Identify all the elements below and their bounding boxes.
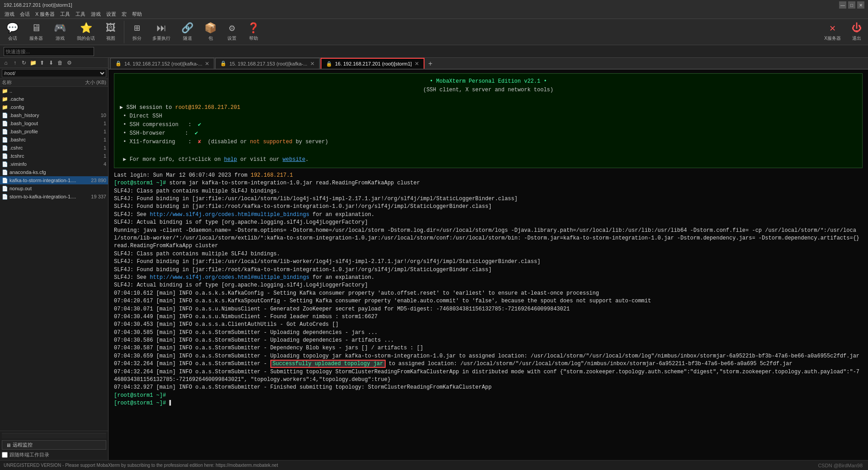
toolbar-games[interactable]: 🎮 游戏: [51, 21, 69, 42]
file-item[interactable]: 📄.bashrc1: [0, 136, 108, 144]
col-size-header: 大小 (KB): [79, 79, 106, 86]
path-select[interactable]: /root/: [2, 69, 106, 77]
file-icon: 📄: [2, 129, 8, 135]
file-size: 1: [81, 129, 106, 134]
sidebar-btn-delete[interactable]: 🗑: [56, 59, 64, 67]
file-item[interactable]: 📄anaconda-ks.cfg: [0, 168, 108, 176]
sidebar-btn-refresh[interactable]: ↻: [20, 59, 28, 67]
toolbar: 💬 会话 🖥 服务器 🎮 游戏 ⭐ 我的会话 🖼 视图 ⊞ 拆分 ⏭ 多重执行 …: [0, 19, 868, 45]
toolbar-session[interactable]: 💬 会话: [4, 21, 21, 42]
status-message: UNREGISTERED VERSION - Please support Mo…: [4, 463, 278, 468]
file-name: .bash_history: [9, 113, 81, 118]
tab-15-icon: 🔒: [220, 61, 226, 66]
tab-15-label: 15. 192.168.217.153 (root)[kafka-...: [229, 61, 307, 66]
file-item[interactable]: 📁.cache: [0, 95, 108, 103]
multiexec-icon: ⏭: [156, 22, 166, 34]
toolbar-split[interactable]: ⊞ 拆分: [130, 21, 144, 42]
file-item[interactable]: 📄.viminfo4: [0, 160, 108, 168]
tab-16-close[interactable]: ✕: [415, 61, 419, 67]
log-info-2: 07:04:20.617 [main] INFO o.a.s.k.s.Kafka…: [114, 297, 863, 305]
ssh-browser: • SSH-browser : ✔: [120, 129, 857, 138]
log-info-4: 07:04:30.449 [main] INFO o.a.s.u.NimbusC…: [114, 313, 863, 321]
close-button[interactable]: ✕: [857, 1, 864, 9]
tab-16-icon: 🔒: [326, 61, 332, 67]
maximize-button[interactable]: □: [848, 1, 855, 9]
log-success-line: 07:04:32.264 [main] INFO o.a.s.StormSubm…: [114, 360, 863, 368]
menu-bar: 游戏 会话 X 服务器 工具 工具 游戏 设置 宏 帮助: [0, 10, 868, 19]
file-name: .cshrc: [9, 145, 81, 150]
tab-15-close[interactable]: ✕: [310, 61, 315, 67]
file-item[interactable]: 📄storm-to-kafka-integration-1....19 337: [0, 193, 108, 201]
menu-item-session[interactable]: 会话: [17, 11, 33, 18]
path-bar: /root/: [0, 68, 108, 79]
server-label: 服务器: [29, 35, 43, 42]
sidebar-btn-home[interactable]: ⌂: [2, 59, 10, 67]
follow-terminal-checkbox[interactable]: [2, 452, 8, 458]
toolbar-tunnel[interactable]: 🔗 隧道: [179, 21, 196, 42]
quick-connect-input[interactable]: [4, 47, 94, 56]
file-size: 1: [81, 121, 106, 126]
menu-item-settings[interactable]: 设置: [104, 11, 119, 18]
window-controls[interactable]: — □ ✕: [839, 1, 864, 9]
sidebar-btn-upload[interactable]: ⬆: [38, 59, 46, 67]
package-label: 包: [208, 35, 213, 42]
tab-15[interactable]: 🔒 15. 192.168.217.153 (root)[kafka-... ✕: [215, 58, 319, 69]
view-icon: 🖼: [106, 22, 116, 34]
right-toolbar: ✕ X服务器 ⏻ 退出: [821, 21, 864, 42]
info-more: ▶ For more info, ctrl+click on help or v…: [120, 155, 857, 164]
multiexec-label: 多重执行: [152, 35, 170, 42]
sidebar-btn-new-folder[interactable]: 📁: [29, 59, 37, 67]
menu-item-xserver[interactable]: X 服务器: [33, 11, 57, 18]
monitor-button[interactable]: 🖥 远程监控: [2, 440, 106, 450]
sidebar-btn-up[interactable]: ↑: [11, 59, 19, 67]
new-tab-button[interactable]: +: [425, 59, 435, 69]
menu-item-games2[interactable]: 游戏: [88, 11, 104, 18]
toolbar-exit[interactable]: ⏻ 退出: [849, 21, 864, 42]
toolbar-multiexec[interactable]: ⏭ 多重执行: [150, 21, 173, 42]
menu-item-games[interactable]: 游戏: [2, 11, 17, 18]
sidebar-btn-download[interactable]: ⬇: [47, 59, 55, 67]
ssh-compression: • SSH compression : ✔: [120, 121, 857, 129]
toolbar-mysessions[interactable]: ⭐ 我的会话: [74, 21, 98, 42]
tunnel-icon: 🔗: [181, 22, 193, 34]
file-item[interactable]: 📄nonup.out: [0, 184, 108, 193]
success-highlight: Successfully uploaded topology jar: [270, 360, 386, 368]
file-icon: 📄: [2, 161, 8, 167]
file-item[interactable]: 📄.bash_logout1: [0, 119, 108, 127]
sidebar-btn-settings[interactable]: ⚙: [65, 59, 73, 67]
help-label: 帮助: [249, 35, 258, 42]
tab-14-close[interactable]: ✕: [205, 61, 209, 67]
log-info-9: 07:04:30.659 [main] INFO o.a.s.StormSubm…: [114, 352, 863, 360]
toolbar-server[interactable]: 🖥 服务器: [27, 21, 46, 42]
file-item[interactable]: 📄kafka-to-storm-integration-1....23 890: [0, 176, 108, 184]
file-item[interactable]: 📄.tcshrc1: [0, 152, 108, 160]
toolbar-package[interactable]: 📦 包: [202, 21, 219, 42]
toolbar-xserver[interactable]: ✕ X服务器: [821, 21, 844, 42]
help-icon: ❓: [247, 22, 259, 34]
file-icon: 📄: [2, 121, 8, 127]
file-item[interactable]: 📄.bash_profile1: [0, 127, 108, 136]
col-name-header: 名称: [2, 79, 79, 86]
file-size: 1: [81, 153, 106, 159]
file-icon: 📄: [2, 137, 8, 143]
file-item[interactable]: 📁..: [0, 87, 108, 95]
log-slf4j-5: SLF4J: Actual binding is of type [org.ap…: [114, 219, 863, 226]
toolbar-view[interactable]: 🖼 视图: [103, 21, 118, 42]
sidebar: ⌂ ↑ ↻ 📁 ⬆ ⬇ 🗑 ⚙ /root/ 名称 大小 (KB) 📁..📁.c…: [0, 58, 108, 460]
follow-terminal-row: 跟随终端工作目录: [2, 451, 106, 458]
tab-14[interactable]: 🔒 14. 192.168.217.152 (root)[kafka-... ✕: [110, 58, 214, 69]
menu-item-tools[interactable]: 工具: [57, 11, 73, 18]
file-item[interactable]: 📄.bash_history10: [0, 111, 108, 119]
tab-16[interactable]: 🔒 16. 192.168.217.201 (root)[storm1] ✕: [321, 58, 425, 69]
menu-item-macro[interactable]: 宏: [119, 11, 129, 18]
status-bar: UNREGISTERED VERSION - Please support Mo…: [0, 460, 868, 470]
file-item[interactable]: 📄.cshrc1: [0, 144, 108, 152]
terminal-area[interactable]: • MobaXterm Personal Edition v22.1 • (SS…: [108, 70, 868, 460]
minimize-button[interactable]: —: [839, 1, 846, 9]
file-item[interactable]: 📁.config: [0, 103, 108, 111]
menu-item-view[interactable]: 工具: [73, 11, 88, 18]
menu-item-help[interactable]: 帮助: [129, 11, 145, 18]
file-name: storm-to-kafka-integration-1....: [9, 194, 81, 199]
toolbar-help[interactable]: ❓ 帮助: [245, 21, 262, 42]
toolbar-settings[interactable]: ⚙ 设置: [225, 21, 239, 42]
